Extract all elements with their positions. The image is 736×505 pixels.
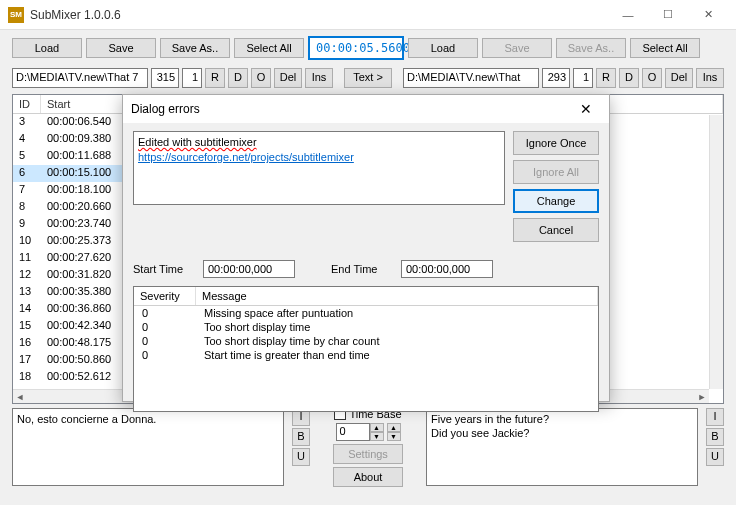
minimize-button[interactable]: — bbox=[608, 0, 648, 30]
text-transfer-button[interactable]: Text > bbox=[344, 68, 392, 88]
start-time-label: Start Time bbox=[133, 263, 195, 275]
bottom-panel: No, esto concierne a Donna. I B U Time B… bbox=[0, 404, 736, 494]
start-time-field[interactable]: 00:00:00,000 bbox=[203, 260, 295, 278]
right-r-button[interactable]: R bbox=[596, 68, 616, 88]
col-start[interactable]: Start bbox=[41, 95, 131, 113]
app-icon: SM bbox=[8, 7, 24, 23]
right-underline-button[interactable]: U bbox=[706, 448, 724, 466]
left-del-button[interactable]: Del bbox=[274, 68, 302, 88]
save-right-button[interactable]: Save bbox=[482, 38, 552, 58]
save-left-button[interactable]: Save bbox=[86, 38, 156, 58]
path-row: D:\MEDIA\TV.new\That 7 315 1 R D O Del I… bbox=[0, 66, 736, 94]
dialog-link[interactable]: https://sourceforge.net/projects/subtitl… bbox=[138, 150, 500, 165]
selectall-left-button[interactable]: Select All bbox=[234, 38, 304, 58]
maximize-button[interactable]: ☐ bbox=[648, 0, 688, 30]
left-o-button[interactable]: O bbox=[251, 68, 271, 88]
message-row[interactable]: 0Missing space after puntuation bbox=[134, 306, 598, 320]
left-edit-box[interactable]: No, esto concierne a Donna. bbox=[12, 408, 284, 486]
spin-up2[interactable]: ▲ bbox=[387, 423, 401, 432]
end-time-field[interactable]: 00:00:00,000 bbox=[401, 260, 493, 278]
right-count1[interactable]: 293 bbox=[542, 68, 570, 88]
right-vscroll[interactable] bbox=[709, 115, 723, 389]
ignore-all-button[interactable]: Ignore All bbox=[513, 160, 599, 184]
left-path-field[interactable]: D:\MEDIA\TV.new\That 7 bbox=[12, 68, 148, 88]
left-bold-button[interactable]: B bbox=[292, 428, 310, 446]
dialog-line1: Edited with subtitlemixer bbox=[138, 135, 500, 150]
left-ins-button[interactable]: Ins bbox=[305, 68, 333, 88]
message-row[interactable]: 0Start time is greater than end time bbox=[134, 348, 598, 362]
message-list[interactable]: Severity Message 0Missing space after pu… bbox=[133, 286, 599, 412]
left-r-button[interactable]: R bbox=[205, 68, 225, 88]
about-button[interactable]: About bbox=[333, 467, 403, 487]
left-d-button[interactable]: D bbox=[228, 68, 248, 88]
settings-button[interactable]: Settings bbox=[333, 444, 403, 464]
right-edit-box[interactable]: Five years in the future?Did you see Jac… bbox=[426, 408, 698, 486]
right-path-field[interactable]: D:\MEDIA\TV.new\That bbox=[403, 68, 539, 88]
dialog-close-button[interactable]: ✕ bbox=[571, 101, 601, 117]
col-id[interactable]: ID bbox=[13, 95, 41, 113]
right-count2[interactable]: 1 bbox=[573, 68, 593, 88]
right-d-button[interactable]: D bbox=[619, 68, 639, 88]
timebase-value[interactable]: 0 bbox=[336, 423, 370, 441]
left-count1[interactable]: 315 bbox=[151, 68, 179, 88]
timecode-display[interactable]: 00:00:05.5600 bbox=[308, 36, 404, 60]
saveas-right-button[interactable]: Save As.. bbox=[556, 38, 626, 58]
right-del-button[interactable]: Del bbox=[665, 68, 693, 88]
message-row[interactable]: 0Too short display time bbox=[134, 320, 598, 334]
col-severity[interactable]: Severity bbox=[134, 287, 196, 305]
titlebar: SM SubMixer 1.0.0.6 — ☐ ✕ bbox=[0, 0, 736, 30]
dialog-errors-modal: Dialog errors ✕ Edited with subtitlemixe… bbox=[122, 94, 610, 402]
dialog-text-area[interactable]: Edited with subtitlemixer https://source… bbox=[133, 131, 505, 205]
change-button[interactable]: Change bbox=[513, 189, 599, 213]
dialog-title: Dialog errors bbox=[131, 102, 571, 116]
ignore-once-button[interactable]: Ignore Once bbox=[513, 131, 599, 155]
right-bold-button[interactable]: B bbox=[706, 428, 724, 446]
col-message[interactable]: Message bbox=[196, 287, 598, 305]
spin-up[interactable]: ▲ bbox=[370, 423, 384, 432]
message-row[interactable]: 0Too short display time by char count bbox=[134, 334, 598, 348]
right-o-button[interactable]: O bbox=[642, 68, 662, 88]
left-count2[interactable]: 1 bbox=[182, 68, 202, 88]
load-right-button[interactable]: Load bbox=[408, 38, 478, 58]
right-italic-button[interactable]: I bbox=[706, 408, 724, 426]
right-ins-button[interactable]: Ins bbox=[696, 68, 724, 88]
spin-down[interactable]: ▼ bbox=[370, 432, 384, 441]
close-button[interactable]: ✕ bbox=[688, 0, 728, 30]
selectall-right-button[interactable]: Select All bbox=[630, 38, 700, 58]
spin-down2[interactable]: ▼ bbox=[387, 432, 401, 441]
left-underline-button[interactable]: U bbox=[292, 448, 310, 466]
window-title: SubMixer 1.0.0.6 bbox=[30, 8, 608, 22]
end-time-label: End Time bbox=[331, 263, 393, 275]
load-left-button[interactable]: Load bbox=[12, 38, 82, 58]
toolbar: Load Save Save As.. Select All 00:00:05.… bbox=[0, 30, 736, 66]
cancel-button[interactable]: Cancel bbox=[513, 218, 599, 242]
saveas-left-button[interactable]: Save As.. bbox=[160, 38, 230, 58]
